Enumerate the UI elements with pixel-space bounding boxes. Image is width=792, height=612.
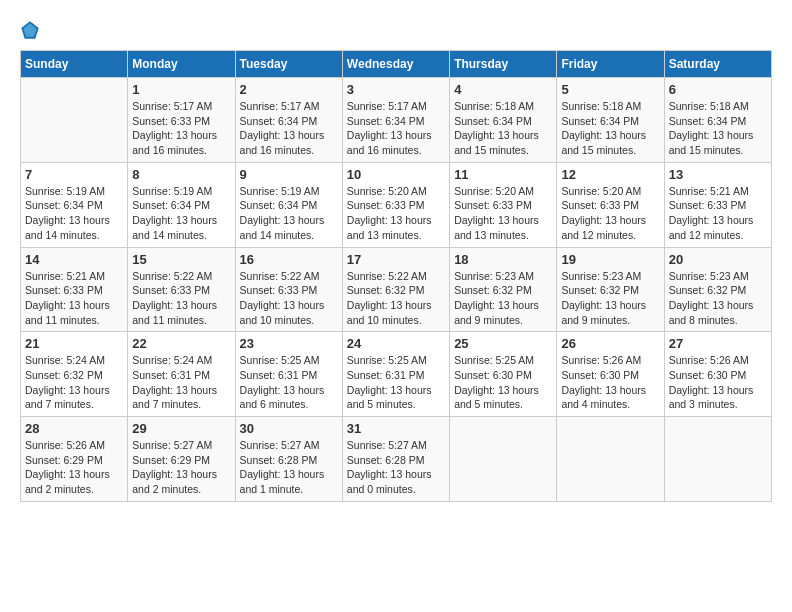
calendar-cell: 30Sunrise: 5:27 AM Sunset: 6:28 PM Dayli… bbox=[235, 417, 342, 502]
calendar-week-row: 7Sunrise: 5:19 AM Sunset: 6:34 PM Daylig… bbox=[21, 162, 772, 247]
day-number: 11 bbox=[454, 167, 552, 182]
calendar-cell: 7Sunrise: 5:19 AM Sunset: 6:34 PM Daylig… bbox=[21, 162, 128, 247]
calendar-cell: 5Sunrise: 5:18 AM Sunset: 6:34 PM Daylig… bbox=[557, 78, 664, 163]
calendar-cell: 12Sunrise: 5:20 AM Sunset: 6:33 PM Dayli… bbox=[557, 162, 664, 247]
day-info: Sunrise: 5:20 AM Sunset: 6:33 PM Dayligh… bbox=[454, 184, 552, 243]
day-info: Sunrise: 5:22 AM Sunset: 6:33 PM Dayligh… bbox=[240, 269, 338, 328]
day-info: Sunrise: 5:24 AM Sunset: 6:32 PM Dayligh… bbox=[25, 353, 123, 412]
day-number: 10 bbox=[347, 167, 445, 182]
day-number: 15 bbox=[132, 252, 230, 267]
day-info: Sunrise: 5:23 AM Sunset: 6:32 PM Dayligh… bbox=[669, 269, 767, 328]
calendar-cell bbox=[21, 78, 128, 163]
calendar-cell: 9Sunrise: 5:19 AM Sunset: 6:34 PM Daylig… bbox=[235, 162, 342, 247]
day-number: 31 bbox=[347, 421, 445, 436]
day-number: 21 bbox=[25, 336, 123, 351]
calendar-cell: 13Sunrise: 5:21 AM Sunset: 6:33 PM Dayli… bbox=[664, 162, 771, 247]
calendar-cell: 14Sunrise: 5:21 AM Sunset: 6:33 PM Dayli… bbox=[21, 247, 128, 332]
calendar-cell: 28Sunrise: 5:26 AM Sunset: 6:29 PM Dayli… bbox=[21, 417, 128, 502]
day-number: 8 bbox=[132, 167, 230, 182]
day-info: Sunrise: 5:25 AM Sunset: 6:30 PM Dayligh… bbox=[454, 353, 552, 412]
calendar-cell: 10Sunrise: 5:20 AM Sunset: 6:33 PM Dayli… bbox=[342, 162, 449, 247]
day-info: Sunrise: 5:26 AM Sunset: 6:30 PM Dayligh… bbox=[669, 353, 767, 412]
day-number: 17 bbox=[347, 252, 445, 267]
day-info: Sunrise: 5:18 AM Sunset: 6:34 PM Dayligh… bbox=[561, 99, 659, 158]
calendar-cell: 20Sunrise: 5:23 AM Sunset: 6:32 PM Dayli… bbox=[664, 247, 771, 332]
calendar-cell bbox=[557, 417, 664, 502]
day-info: Sunrise: 5:22 AM Sunset: 6:33 PM Dayligh… bbox=[132, 269, 230, 328]
day-info: Sunrise: 5:23 AM Sunset: 6:32 PM Dayligh… bbox=[454, 269, 552, 328]
day-number: 5 bbox=[561, 82, 659, 97]
header-day-saturday: Saturday bbox=[664, 51, 771, 78]
calendar-cell: 8Sunrise: 5:19 AM Sunset: 6:34 PM Daylig… bbox=[128, 162, 235, 247]
calendar-cell: 25Sunrise: 5:25 AM Sunset: 6:30 PM Dayli… bbox=[450, 332, 557, 417]
day-info: Sunrise: 5:25 AM Sunset: 6:31 PM Dayligh… bbox=[240, 353, 338, 412]
calendar-cell: 11Sunrise: 5:20 AM Sunset: 6:33 PM Dayli… bbox=[450, 162, 557, 247]
day-number: 4 bbox=[454, 82, 552, 97]
calendar-cell: 15Sunrise: 5:22 AM Sunset: 6:33 PM Dayli… bbox=[128, 247, 235, 332]
header-day-sunday: Sunday bbox=[21, 51, 128, 78]
header-day-wednesday: Wednesday bbox=[342, 51, 449, 78]
logo-icon bbox=[20, 20, 40, 40]
day-info: Sunrise: 5:22 AM Sunset: 6:32 PM Dayligh… bbox=[347, 269, 445, 328]
day-info: Sunrise: 5:27 AM Sunset: 6:29 PM Dayligh… bbox=[132, 438, 230, 497]
calendar-cell: 26Sunrise: 5:26 AM Sunset: 6:30 PM Dayli… bbox=[557, 332, 664, 417]
day-info: Sunrise: 5:23 AM Sunset: 6:32 PM Dayligh… bbox=[561, 269, 659, 328]
day-number: 20 bbox=[669, 252, 767, 267]
calendar-cell: 21Sunrise: 5:24 AM Sunset: 6:32 PM Dayli… bbox=[21, 332, 128, 417]
calendar-week-row: 28Sunrise: 5:26 AM Sunset: 6:29 PM Dayli… bbox=[21, 417, 772, 502]
calendar-cell: 18Sunrise: 5:23 AM Sunset: 6:32 PM Dayli… bbox=[450, 247, 557, 332]
calendar-week-row: 21Sunrise: 5:24 AM Sunset: 6:32 PM Dayli… bbox=[21, 332, 772, 417]
day-number: 24 bbox=[347, 336, 445, 351]
calendar-cell: 19Sunrise: 5:23 AM Sunset: 6:32 PM Dayli… bbox=[557, 247, 664, 332]
day-info: Sunrise: 5:27 AM Sunset: 6:28 PM Dayligh… bbox=[347, 438, 445, 497]
calendar-cell: 27Sunrise: 5:26 AM Sunset: 6:30 PM Dayli… bbox=[664, 332, 771, 417]
header-day-monday: Monday bbox=[128, 51, 235, 78]
day-info: Sunrise: 5:26 AM Sunset: 6:29 PM Dayligh… bbox=[25, 438, 123, 497]
calendar-cell: 16Sunrise: 5:22 AM Sunset: 6:33 PM Dayli… bbox=[235, 247, 342, 332]
calendar-cell: 24Sunrise: 5:25 AM Sunset: 6:31 PM Dayli… bbox=[342, 332, 449, 417]
calendar-cell: 31Sunrise: 5:27 AM Sunset: 6:28 PM Dayli… bbox=[342, 417, 449, 502]
day-info: Sunrise: 5:17 AM Sunset: 6:34 PM Dayligh… bbox=[347, 99, 445, 158]
day-number: 7 bbox=[25, 167, 123, 182]
day-number: 29 bbox=[132, 421, 230, 436]
calendar-cell bbox=[450, 417, 557, 502]
calendar-cell bbox=[664, 417, 771, 502]
calendar-header-row: SundayMondayTuesdayWednesdayThursdayFrid… bbox=[21, 51, 772, 78]
calendar-cell: 1Sunrise: 5:17 AM Sunset: 6:33 PM Daylig… bbox=[128, 78, 235, 163]
day-info: Sunrise: 5:21 AM Sunset: 6:33 PM Dayligh… bbox=[25, 269, 123, 328]
day-info: Sunrise: 5:19 AM Sunset: 6:34 PM Dayligh… bbox=[240, 184, 338, 243]
header-day-thursday: Thursday bbox=[450, 51, 557, 78]
day-info: Sunrise: 5:18 AM Sunset: 6:34 PM Dayligh… bbox=[454, 99, 552, 158]
day-number: 23 bbox=[240, 336, 338, 351]
day-number: 19 bbox=[561, 252, 659, 267]
day-number: 18 bbox=[454, 252, 552, 267]
day-info: Sunrise: 5:25 AM Sunset: 6:31 PM Dayligh… bbox=[347, 353, 445, 412]
header-day-friday: Friday bbox=[557, 51, 664, 78]
day-info: Sunrise: 5:17 AM Sunset: 6:33 PM Dayligh… bbox=[132, 99, 230, 158]
day-number: 25 bbox=[454, 336, 552, 351]
day-number: 6 bbox=[669, 82, 767, 97]
logo bbox=[20, 20, 44, 40]
day-info: Sunrise: 5:24 AM Sunset: 6:31 PM Dayligh… bbox=[132, 353, 230, 412]
calendar-cell: 17Sunrise: 5:22 AM Sunset: 6:32 PM Dayli… bbox=[342, 247, 449, 332]
calendar-cell: 22Sunrise: 5:24 AM Sunset: 6:31 PM Dayli… bbox=[128, 332, 235, 417]
day-info: Sunrise: 5:18 AM Sunset: 6:34 PM Dayligh… bbox=[669, 99, 767, 158]
day-info: Sunrise: 5:20 AM Sunset: 6:33 PM Dayligh… bbox=[561, 184, 659, 243]
calendar-week-row: 14Sunrise: 5:21 AM Sunset: 6:33 PM Dayli… bbox=[21, 247, 772, 332]
day-number: 14 bbox=[25, 252, 123, 267]
day-info: Sunrise: 5:21 AM Sunset: 6:33 PM Dayligh… bbox=[669, 184, 767, 243]
page-header bbox=[20, 20, 772, 40]
calendar-cell: 2Sunrise: 5:17 AM Sunset: 6:34 PM Daylig… bbox=[235, 78, 342, 163]
day-number: 1 bbox=[132, 82, 230, 97]
header-day-tuesday: Tuesday bbox=[235, 51, 342, 78]
calendar-table: SundayMondayTuesdayWednesdayThursdayFrid… bbox=[20, 50, 772, 502]
day-info: Sunrise: 5:20 AM Sunset: 6:33 PM Dayligh… bbox=[347, 184, 445, 243]
day-number: 2 bbox=[240, 82, 338, 97]
day-number: 28 bbox=[25, 421, 123, 436]
day-number: 3 bbox=[347, 82, 445, 97]
day-info: Sunrise: 5:27 AM Sunset: 6:28 PM Dayligh… bbox=[240, 438, 338, 497]
calendar-cell: 23Sunrise: 5:25 AM Sunset: 6:31 PM Dayli… bbox=[235, 332, 342, 417]
day-number: 22 bbox=[132, 336, 230, 351]
day-number: 16 bbox=[240, 252, 338, 267]
calendar-week-row: 1Sunrise: 5:17 AM Sunset: 6:33 PM Daylig… bbox=[21, 78, 772, 163]
